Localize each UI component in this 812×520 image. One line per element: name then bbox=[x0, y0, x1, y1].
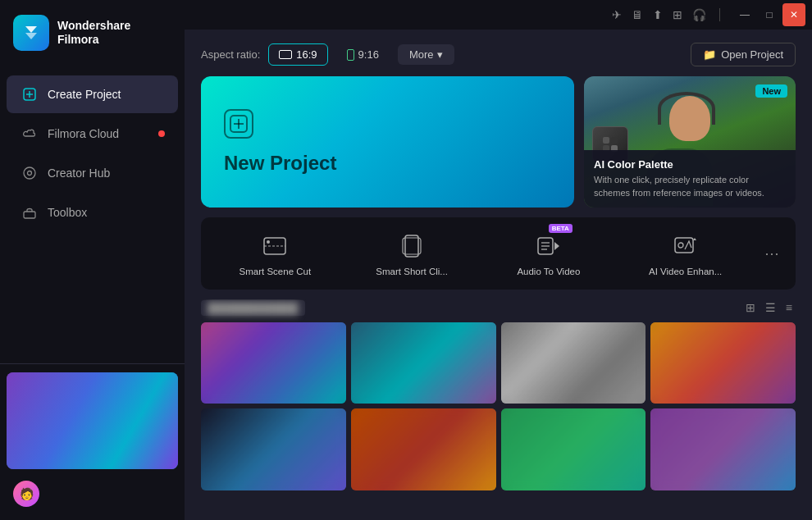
aspect-9-16-button[interactable]: 9:16 bbox=[336, 43, 390, 66]
media-thumbnail[interactable] bbox=[351, 322, 496, 404]
tool-smart-scene-cut[interactable]: Smart Scene Cut bbox=[209, 224, 341, 283]
audio-to-video-icon-wrap: BETA bbox=[533, 230, 564, 262]
aspect-9-16-icon bbox=[347, 49, 354, 61]
avatar: 🧑 bbox=[13, 481, 39, 507]
minimize-button[interactable]: — bbox=[733, 3, 756, 26]
tool-audio-to-video[interactable]: BETA Audio To Video bbox=[483, 224, 615, 283]
svg-rect-5 bbox=[24, 212, 35, 218]
main-content: ✈ 🖥 ⬆ ⊞ 🎧 — □ ✕ Aspect ratio: 16:9 9:16 bbox=[185, 0, 812, 520]
grid-icon[interactable]: ⊞ bbox=[673, 8, 682, 21]
media-thumbnail[interactable] bbox=[501, 322, 646, 404]
svg-rect-10 bbox=[611, 137, 618, 144]
aspect-16-9-icon bbox=[279, 50, 292, 59]
app-logo-icon bbox=[13, 15, 49, 51]
view-list-icon[interactable]: ☰ bbox=[762, 299, 779, 316]
new-project-add-icon bbox=[224, 109, 253, 139]
open-project-label: Open Project bbox=[721, 48, 783, 61]
svg-point-4 bbox=[28, 171, 32, 176]
svg-rect-15 bbox=[405, 235, 418, 257]
new-project-title: New Project bbox=[224, 152, 336, 175]
media-grid bbox=[201, 322, 796, 490]
svg-point-14 bbox=[267, 240, 270, 244]
tool-label: Smart Scene Cut bbox=[239, 267, 312, 276]
ai-video-enhance-icon-wrap bbox=[670, 230, 701, 262]
smart-short-clip-icon-wrap bbox=[396, 230, 427, 262]
titlebar-divider bbox=[719, 8, 720, 21]
close-button[interactable]: ✕ bbox=[782, 3, 805, 26]
win-controls: — □ ✕ bbox=[733, 3, 805, 26]
folder-icon: 📁 bbox=[703, 48, 716, 61]
aspect-ratio-bar: Aspect ratio: 16:9 9:16 More ▾ 📁 Open Pr… bbox=[201, 43, 796, 66]
view-options-icon[interactable]: ≡ bbox=[782, 299, 796, 316]
content-area: Aspect ratio: 16:9 9:16 More ▾ 📁 Open Pr… bbox=[185, 30, 812, 520]
media-thumbnail[interactable] bbox=[351, 408, 496, 490]
toolbox-icon bbox=[21, 204, 38, 221]
nav-items: Create Project Filmora Cloud Creator Hub bbox=[0, 74, 185, 363]
sidebar-bottom: 🧑 bbox=[0, 363, 185, 520]
nav-label: Creator Hub bbox=[48, 166, 110, 180]
logo-text: Wondershare Filmora bbox=[57, 19, 130, 47]
smart-scene-cut-icon-wrap bbox=[259, 230, 290, 262]
chevron-down-icon: ▾ bbox=[437, 48, 443, 61]
aspect-16-9-button[interactable]: 16:9 bbox=[268, 43, 327, 66]
titlebar-icons: ✈ 🖥 ⬆ ⊞ 🎧 bbox=[612, 8, 723, 21]
tool-smart-short-clip[interactable]: Smart Short Cli... bbox=[346, 224, 478, 283]
tool-label: Smart Short Cli... bbox=[376, 267, 448, 276]
monitor-icon[interactable]: 🖥 bbox=[632, 8, 643, 21]
titlebar: ✈ 🖥 ⬆ ⊞ 🎧 — □ ✕ bbox=[185, 0, 812, 30]
create-project-icon bbox=[21, 86, 38, 103]
tools-more-button[interactable]: ⋯ bbox=[756, 238, 787, 269]
maximize-button[interactable]: □ bbox=[758, 3, 781, 26]
more-button[interactable]: More ▾ bbox=[398, 44, 454, 65]
media-thumbnail[interactable] bbox=[650, 322, 796, 404]
aspect-9-16-label: 9:16 bbox=[358, 48, 379, 61]
media-section-title: ████████████ bbox=[201, 300, 305, 316]
ai-card-info: AI Color Palette With one click, precise… bbox=[584, 150, 796, 208]
cards-row: New Project New bbox=[201, 76, 796, 208]
logo-name: Wondershare bbox=[57, 19, 130, 33]
media-thumbnail[interactable] bbox=[650, 408, 796, 490]
aspect-ratio-label: Aspect ratio: bbox=[201, 48, 260, 61]
aspect-16-9-label: 16:9 bbox=[296, 48, 317, 61]
ai-color-palette-card[interactable]: New AI Color Palette With one click, pre… bbox=[584, 76, 796, 208]
logo-area: Wondershare Filmora bbox=[0, 0, 185, 66]
notification-badge bbox=[158, 130, 165, 137]
person-head bbox=[669, 96, 710, 141]
sidebar-item-filmora-cloud[interactable]: Filmora Cloud bbox=[7, 115, 178, 153]
new-project-card[interactable]: New Project bbox=[201, 76, 574, 208]
send-icon[interactable]: ✈ bbox=[612, 8, 622, 21]
upload-icon[interactable]: ⬆ bbox=[653, 8, 663, 21]
media-header: ████████████ ⊞ ☰ ≡ bbox=[201, 299, 796, 316]
media-thumbnail[interactable] bbox=[501, 408, 646, 490]
logo-name2: Filmora bbox=[57, 33, 130, 47]
creator-hub-icon bbox=[21, 165, 38, 181]
nav-label: Toolbox bbox=[48, 206, 87, 219]
nav-label: Filmora Cloud bbox=[48, 127, 119, 140]
beta-badge: BETA bbox=[549, 224, 573, 233]
nav-label: Create Project bbox=[48, 88, 121, 101]
tool-label: AI Video Enhan... bbox=[649, 267, 722, 276]
media-thumbnail[interactable] bbox=[201, 322, 346, 404]
sidebar-item-toolbox[interactable]: Toolbox bbox=[7, 194, 178, 231]
new-badge: New bbox=[755, 84, 787, 98]
more-label: More bbox=[409, 48, 434, 61]
tool-ai-video-enhance[interactable]: AI Video Enhan... bbox=[619, 224, 751, 283]
sidebar-user: 🧑 bbox=[7, 476, 178, 512]
svg-rect-9 bbox=[603, 137, 609, 144]
ai-card-title: AI Color Palette bbox=[594, 158, 786, 171]
svg-point-3 bbox=[24, 167, 35, 179]
cloud-icon bbox=[21, 125, 38, 142]
sidebar-thumbnail[interactable] bbox=[7, 372, 178, 469]
sidebar-item-creator-hub[interactable]: Creator Hub bbox=[7, 154, 178, 192]
svg-point-22 bbox=[678, 243, 683, 248]
media-section: ████████████ ⊞ ☰ ≡ bbox=[201, 299, 796, 507]
headset-icon[interactable]: 🎧 bbox=[692, 8, 706, 21]
media-thumbnail[interactable] bbox=[201, 408, 346, 490]
tool-label: Audio To Video bbox=[517, 267, 580, 276]
tools-row: Smart Scene Cut Smart Short Cli... BETA bbox=[201, 217, 796, 290]
media-view-controls: ⊞ ☰ ≡ bbox=[742, 299, 796, 316]
open-project-button[interactable]: 📁 Open Project bbox=[691, 43, 796, 66]
ai-card-description: With one click, precisely replicate colo… bbox=[594, 174, 786, 199]
view-grid-icon[interactable]: ⊞ bbox=[742, 299, 759, 316]
sidebar-item-create-project[interactable]: Create Project bbox=[7, 75, 178, 113]
